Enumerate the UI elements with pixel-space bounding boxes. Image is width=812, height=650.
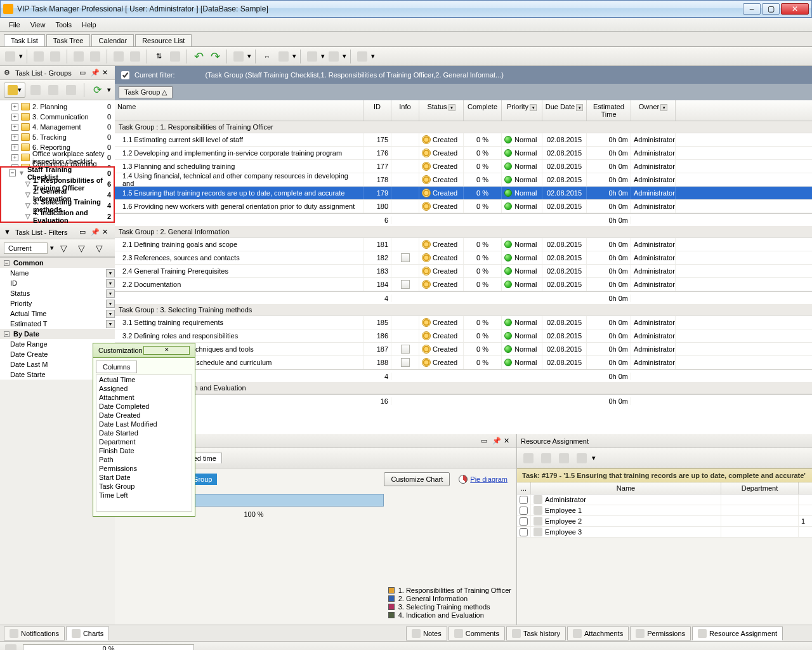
restore-icon[interactable]: ▭ [79, 228, 88, 237]
dropdown-icon[interactable]: ▼ [106, 320, 115, 328]
col-due-filter[interactable]: ▼ [576, 104, 583, 111]
col-hdr-priority[interactable]: Priority [507, 103, 528, 110]
task-row[interactable]: 2.3 References, sources and contacts 182… [115, 251, 812, 265]
task-row[interactable]: 1.6 Providing new workers with general o… [115, 200, 812, 213]
tree-item[interactable]: +3. Communication0 [4, 112, 114, 122]
menu-help[interactable]: Help [77, 21, 102, 29]
task-row[interactable]: 3.1 Setting training requirements 185 Cr… [115, 316, 812, 329]
tree-item[interactable]: +5. Tracking0 [4, 132, 114, 142]
toolbar-btn-12[interactable] [304, 49, 320, 64]
task-row[interactable]: 3.4 Drawing up training schedule and cur… [115, 356, 812, 369]
dropdown-icon[interactable]: ▼ [106, 269, 115, 277]
menu-view[interactable]: View [25, 21, 51, 29]
group-row[interactable]: Task Group : 1. Responsibilities of Trai… [115, 121, 812, 133]
close-button[interactable] [781, 3, 809, 15]
col-hdr-est[interactable]: Estimated Time [587, 100, 631, 121]
minimize-button[interactable] [743, 3, 761, 15]
toolbar-btn-9[interactable] [231, 49, 246, 64]
customization-item[interactable]: Time Left [96, 491, 192, 500]
tab-task-tree[interactable]: Task Tree [46, 34, 91, 46]
customization-item[interactable]: Actual Time [96, 375, 192, 384]
task-row[interactable]: 2.4 General Training Prerequisites 183 C… [115, 265, 812, 278]
resource-toolbar-2[interactable] [539, 451, 554, 466]
bottom-tab[interactable]: Comments [449, 627, 505, 640]
current-filter-checkbox[interactable] [121, 71, 129, 79]
groups-tree[interactable]: +2. Planning0+3. Communication0+4. Manag… [0, 100, 115, 166]
resource-col-name[interactable]: Name [531, 482, 721, 494]
filter-row[interactable]: Estimated T▼ [0, 319, 115, 329]
col-hdr-owner[interactable]: Owner [639, 103, 659, 110]
filter-row[interactable]: Name▼ [0, 268, 115, 278]
task-grid[interactable]: Name ID Info Status▼ Complete Priority▼ … [115, 100, 812, 434]
resource-row[interactable]: Employee 3 [517, 527, 812, 538]
task-row[interactable]: 3.2 Defining roles and responsibilities … [115, 329, 812, 343]
toolbar-btn-2[interactable] [31, 49, 46, 64]
dropdown-icon[interactable]: ▼ [106, 289, 115, 298]
col-hdr-name[interactable]: Name [115, 100, 363, 121]
bottom-tab[interactable]: Task history [506, 627, 566, 640]
pin-icon[interactable]: 📌 [91, 228, 100, 237]
customization-item[interactable]: Date Last Modified [96, 420, 192, 428]
customization-item[interactable]: Date Started [96, 428, 192, 437]
close-icon[interactable]: ✕ [102, 69, 111, 77]
task-row[interactable]: 3.3 Selecting training techniques and to… [115, 343, 812, 356]
resource-checkbox[interactable] [520, 528, 528, 536]
customization-item[interactable]: Assigned [96, 384, 192, 393]
group-by-bar[interactable]: Task Group △ [115, 84, 812, 100]
toolbar-btn-8[interactable] [167, 49, 183, 64]
task-row[interactable]: 1.2 Developing and implementing in-servi… [115, 147, 812, 160]
toolbar-btn-13[interactable] [326, 49, 341, 64]
filter-row[interactable]: Status▼ [0, 288, 115, 298]
customization-popup[interactable]: Customization ✕ Columns Actual TimeAssig… [93, 343, 195, 517]
bottom-tab[interactable]: Attachments [567, 627, 629, 640]
resource-col-job[interactable]: Job title [799, 482, 812, 494]
maximize-button[interactable] [762, 3, 780, 15]
task-row[interactable]: 1.1 Estimating current skill level of st… [115, 133, 812, 147]
toolbar-btn-14[interactable] [355, 49, 370, 64]
bottom-tab[interactable]: Permissions [630, 627, 691, 640]
customization-item[interactable]: Attachment [96, 393, 192, 402]
customization-item[interactable]: Finish Date [96, 446, 192, 455]
resource-row[interactable]: Administrator [517, 494, 812, 505]
pin-icon[interactable]: 📌 [492, 437, 501, 446]
resource-col-dept[interactable]: Department [721, 482, 799, 494]
resource-toolbar-1[interactable] [521, 451, 536, 466]
filter-row[interactable]: Priority▼ [0, 298, 115, 308]
tab-calendar[interactable]: Calendar [91, 34, 134, 46]
bottom-tab[interactable]: Charts [66, 627, 109, 640]
pin-icon[interactable]: 📌 [91, 69, 100, 77]
customization-item[interactable]: Department [96, 437, 192, 446]
customization-list[interactable]: Actual TimeAssignedAttachmentDate Comple… [96, 375, 192, 512]
resource-row[interactable]: Employee 21 [517, 516, 812, 527]
task-row[interactable]: 1.3 Planning and scheduling training 177… [115, 160, 812, 173]
task-row[interactable]: 2.1 Defining training goals and scope 18… [115, 238, 812, 251]
groups-toolbar-refresh-icon[interactable]: ⟳ [89, 83, 105, 98]
groups-toolbar-3[interactable] [46, 83, 61, 98]
col-hdr-due[interactable]: Due Date [546, 103, 575, 110]
tab-resource-list[interactable]: Resource List [135, 34, 192, 46]
filter-row[interactable]: ID▼ [0, 278, 115, 288]
group-row[interactable]: Task Group : 3. Selecting Training metho… [115, 304, 812, 316]
group-row[interactable]: Task Group : 2. General Information [115, 226, 812, 238]
resource-checkbox[interactable] [520, 496, 528, 504]
col-owner-filter[interactable]: ▼ [660, 104, 667, 111]
pie-diagram-link[interactable]: Pie diagram [459, 475, 508, 484]
col-status-filter[interactable]: ▼ [449, 104, 455, 111]
tree-item[interactable]: +2. Planning0 [4, 102, 114, 112]
dropdown-icon[interactable]: ▼ [106, 279, 115, 288]
bottom-tab[interactable]: Resource Assignment [692, 627, 783, 640]
dropdown-icon[interactable]: ▼ [106, 300, 115, 308]
filter-toolbar-1[interactable]: ▽ [56, 241, 72, 256]
bottom-tab[interactable]: Notifications [4, 627, 65, 640]
toolbar-btn-10[interactable]: ↔ [259, 49, 275, 64]
restore-icon[interactable]: ▭ [481, 437, 490, 446]
toolbar-btn-4[interactable] [71, 49, 86, 64]
bottom-tab[interactable]: Notes [406, 627, 447, 640]
toolbar-btn-3[interactable] [48, 49, 63, 64]
groups-toolbar-2[interactable] [28, 83, 43, 98]
restore-icon[interactable]: ▭ [79, 69, 88, 77]
customization-item[interactable]: Date Created [96, 411, 192, 420]
customization-item[interactable]: Date Completed [96, 402, 192, 411]
filter-current-dropdown[interactable]: Current [4, 242, 48, 254]
dropdown-icon[interactable]: ▼ [106, 310, 115, 318]
